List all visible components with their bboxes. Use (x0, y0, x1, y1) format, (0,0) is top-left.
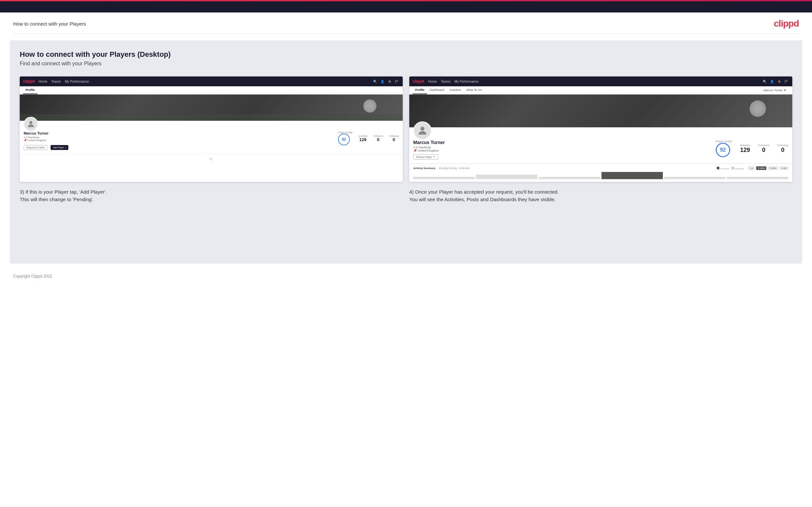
activity-header: Activity Summary Monthly Activity · 6 Mo… (413, 166, 789, 170)
main-title: How to connect with your Players (Deskto… (20, 50, 792, 59)
tab-user-selector[interactable]: Marcus Turner ▼ (761, 86, 789, 94)
activity-legend: On course Off course (717, 167, 744, 170)
activity-bar-1 (413, 177, 475, 179)
search-icon[interactable]: 🔍 (372, 79, 378, 84)
left-golf-banner (20, 95, 403, 121)
left-nav-home[interactable]: Home (39, 80, 47, 83)
left-player-location: 📌 United Kingdom (23, 139, 334, 142)
pencil-icon: ✎ (209, 157, 213, 162)
right-player-name: Marcus Turner (413, 140, 712, 145)
period-1yr-button[interactable]: 1 yr (748, 166, 755, 170)
left-navbar-logo: clippd (23, 79, 35, 84)
remove-player-button[interactable]: Remove Player ✕ (413, 154, 438, 160)
left-stat-followers: Followers 0 (373, 135, 383, 142)
left-profile-info-row: Marcus Turner 1-5 Handicap 📌 United King… (23, 131, 399, 150)
activity-bar-6 (727, 177, 789, 179)
svg-point-1 (420, 127, 424, 130)
on-course-legend-dot (717, 167, 719, 169)
right-navbar: clippd Home Teams My Performance 🔍 👤 ⚙ 🏴 (409, 76, 792, 86)
main-content: How to connect with your Players (Deskto… (10, 40, 802, 264)
right-golf-banner (409, 95, 792, 127)
left-navbar: clippd Home Teams My Performance 🔍 👤 ⚙ 🏴 (20, 76, 403, 86)
user-icon[interactable]: 👤 (380, 79, 385, 84)
right-nav-performance[interactable]: My Performance (454, 80, 478, 83)
top-bar-accent (0, 0, 812, 1)
tab-profile-left[interactable]: Profile (23, 86, 38, 94)
left-profile-stats: Player Quality 92 Activities 129 Followe… (338, 131, 399, 146)
left-stat-quality: Player Quality 92 (338, 131, 352, 146)
screenshot-right: clippd Home Teams My Performance 🔍 👤 ⚙ 🏴… (409, 76, 792, 182)
period-3mths-button[interactable]: 3 mths (768, 166, 778, 170)
settings-icon[interactable]: ⚙ (387, 79, 392, 84)
request-to-follow-button[interactable]: Request to Follow (23, 145, 47, 150)
left-stat-following: Following 0 (389, 135, 399, 142)
header-divider (13, 34, 799, 34)
right-stat-activities: Activities 129 (740, 144, 750, 154)
right-profile-stats: Player Quality 92 Activities 129 Followe… (716, 140, 789, 157)
top-bar (0, 0, 812, 12)
right-location-pin-icon: 📌 (413, 149, 417, 152)
right-profile-section: Marcus Turner 1-5 Handicap 📌 United King… (409, 127, 792, 163)
left-screenshot-fade: ✎ (20, 154, 403, 164)
left-quality-circle: 92 (338, 133, 350, 146)
activity-bar-4 (601, 172, 663, 179)
page-footer: Copyright Clippd 2022 (0, 270, 812, 283)
page-header-title: How to connect with your Players (13, 21, 86, 26)
left-player-name: Marcus Turner (23, 131, 334, 135)
description-left-text: 3) If this is your Player tap, 'Add Play… (20, 188, 403, 203)
off-course-legend-dot (731, 167, 734, 169)
right-flag-icon[interactable]: 🏴 (784, 79, 789, 84)
tab-activities[interactable]: Activities (447, 86, 464, 94)
right-profile-info-row: Marcus Turner 1-5 Handicap 📌 United King… (413, 140, 789, 160)
right-navbar-logo: clippd (413, 79, 424, 84)
description-right: 4) Once your Player has accepted your re… (409, 188, 792, 203)
right-nav-home[interactable]: Home (428, 80, 437, 83)
left-avatar (23, 117, 38, 131)
svg-point-0 (29, 121, 32, 124)
activity-title: Activity Summary (413, 167, 436, 170)
right-player-handicap: 1-5 Handicap (413, 146, 712, 149)
period-1mth-button[interactable]: 1 mth (779, 166, 789, 170)
left-player-handicap: 1-5 Handicap (23, 136, 334, 139)
tab-profile-right[interactable]: Profile (413, 86, 427, 94)
activity-section: Activity Summary Monthly Activity · 6 Mo… (409, 163, 792, 182)
left-stat-activities: Activities 129 (358, 135, 367, 142)
right-stat-followers: Followers 0 (758, 144, 769, 154)
left-nav-icons: 🔍 👤 ⚙ 🏴 (372, 79, 399, 84)
activity-bars (413, 172, 789, 179)
activity-period: Monthly Activity · 6 Months (439, 167, 470, 170)
descriptions-row: 3) If this is your Player tap, 'Add Play… (20, 188, 792, 203)
left-profile-section: Marcus Turner 1-5 Handicap 📌 United King… (20, 121, 403, 154)
right-player-location: 📌 United Kingdom (413, 149, 712, 152)
right-nav-teams[interactable]: Teams (441, 80, 450, 83)
left-nav-teams[interactable]: Teams (51, 80, 61, 83)
right-search-icon[interactable]: 🔍 (762, 79, 767, 84)
tab-dashboard[interactable]: Dashboard (427, 86, 447, 94)
page-header: How to connect with your Players clippd (0, 12, 812, 29)
period-6mths-button[interactable]: 6 mths (756, 166, 766, 170)
copyright-text: Copyright Clippd 2022 (13, 274, 52, 279)
right-user-icon[interactable]: 👤 (769, 79, 774, 84)
description-left: 3) If this is your Player tap, 'Add Play… (20, 188, 403, 203)
main-subtitle: Find and connect with your Players (20, 61, 792, 67)
right-stat-following: Following 0 (777, 144, 789, 154)
screenshot-left: clippd Home Teams My Performance 🔍 👤 ⚙ 🏴… (20, 76, 403, 182)
activity-controls: On course Off course 1 yr 6 mths 3 mths … (717, 166, 789, 170)
left-nav-performance[interactable]: My Performance (65, 80, 89, 83)
flag-icon[interactable]: 🏴 (394, 79, 399, 84)
location-pin-icon: 📌 (23, 139, 27, 142)
activity-bar-5 (664, 177, 726, 179)
right-stat-quality: Player Quality 92 (716, 140, 732, 157)
tab-what-to-on[interactable]: What To On (464, 86, 485, 94)
right-quality-circle: 92 (716, 143, 730, 157)
close-icon: ✕ (433, 156, 435, 158)
activity-bar-3 (539, 177, 600, 179)
activity-bar-2 (476, 175, 538, 179)
add-player-button[interactable]: Add Player + (51, 145, 68, 150)
right-nav-icons: 🔍 👤 ⚙ 🏴 (762, 79, 789, 84)
screenshots-row: clippd Home Teams My Performance 🔍 👤 ⚙ 🏴… (20, 76, 792, 182)
right-settings-icon[interactable]: ⚙ (776, 79, 782, 84)
right-tabs: Profile Dashboard Activities What To On … (409, 86, 792, 95)
right-profile-details: Marcus Turner 1-5 Handicap 📌 United King… (413, 140, 712, 160)
description-right-text: 4) Once your Player has accepted your re… (409, 188, 792, 203)
